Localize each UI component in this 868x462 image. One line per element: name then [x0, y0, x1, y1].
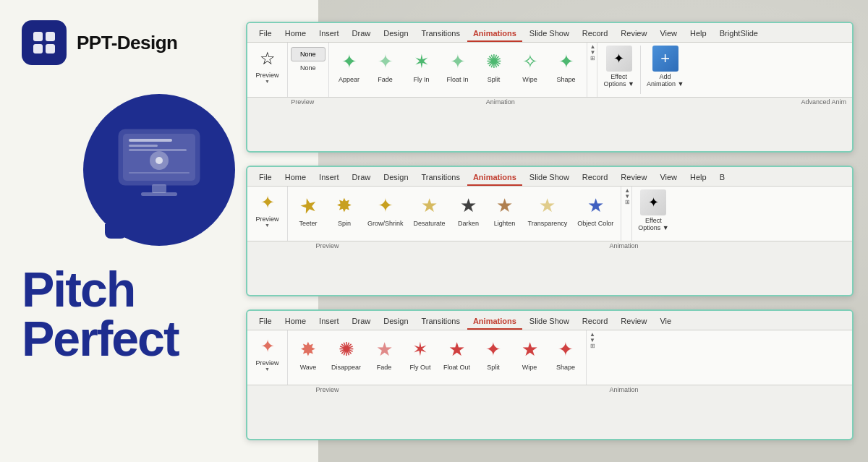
disappear-label: Disappear: [331, 364, 361, 371]
tab-vie-3[interactable]: Vie: [654, 314, 677, 330]
ribbon-1: File Home Insert Draw Design Transitions…: [246, 22, 854, 153]
effect-label-1: EffectOptions ▼: [603, 73, 634, 87]
effect-options-btn-2[interactable]: ✦ EffectOptions ▼: [632, 187, 674, 241]
scroll-expand-2[interactable]: ⊞: [625, 200, 630, 205]
monitor-circle: [83, 94, 235, 246]
tab-design-3[interactable]: Design: [378, 314, 414, 330]
lighten-btn[interactable]: ★ Lighten: [488, 189, 522, 230]
tab-help-1[interactable]: Help: [684, 26, 712, 42]
objectcolor-icon: ★: [582, 192, 608, 218]
spin-btn[interactable]: ✸ Spin: [327, 189, 362, 230]
animation-bottom-3: Animation: [401, 386, 846, 393]
scroll-section-2: ▲ ▼ ⊞: [623, 187, 632, 241]
tab-draw-2[interactable]: Draw: [346, 170, 377, 186]
tab-record-1[interactable]: Record: [576, 26, 613, 42]
teeter-icon: ★: [292, 189, 324, 221]
tab-review-1[interactable]: Review: [615, 26, 652, 42]
disappear-btn[interactable]: ✺ Disappear: [327, 333, 365, 374]
tab-design-2[interactable]: Design: [378, 170, 414, 186]
shape-btn-3[interactable]: ✦ Shape: [548, 333, 583, 374]
flyout-btn[interactable]: ✶ Fly Out: [403, 333, 438, 374]
floatin-btn[interactable]: ✦ Float In: [441, 46, 475, 86]
tab-brightslide-1[interactable]: BrightSlide: [714, 26, 764, 42]
fade-icon-3: ★: [371, 336, 397, 362]
tab-review-3[interactable]: Review: [615, 314, 652, 330]
split-btn-1[interactable]: ✺ Split: [477, 46, 511, 86]
fade-icon-1: ✦: [373, 48, 399, 74]
tab-home-3[interactable]: Home: [279, 314, 312, 330]
objectcolor-btn[interactable]: ★ Object Color: [573, 189, 618, 230]
flyin-icon: ✶: [409, 48, 435, 74]
tab-transitions-2[interactable]: Transitions: [416, 170, 466, 186]
tab-transitions-3[interactable]: Transitions: [416, 314, 466, 330]
tab-home-2[interactable]: Home: [279, 170, 312, 186]
tab-record-3[interactable]: Record: [576, 314, 613, 330]
ribbon-2-bottom: Preview Animation: [247, 241, 852, 250]
tab-insert-3[interactable]: Insert: [313, 314, 345, 330]
ribbon-1-body: ☆ Preview ▼ None None ✦ Appear ✦ Fade: [247, 43, 852, 97]
shape-btn-1[interactable]: ✦ Shape: [549, 46, 584, 86]
tab-animations-2[interactable]: Animations: [467, 170, 522, 186]
svg-point-10: [156, 157, 163, 164]
objectcolor-label: Object Color: [577, 220, 613, 227]
svg-rect-11: [152, 184, 166, 193]
scroll-expand-3[interactable]: ⊞: [590, 343, 595, 349]
tab-slideshow-3[interactable]: Slide Show: [524, 314, 575, 330]
transparency-btn[interactable]: ★ Transparency: [524, 189, 572, 230]
preview-icon-2: ✦: [255, 189, 281, 215]
teeter-btn[interactable]: ★ Teeter: [291, 189, 326, 230]
animation-bottom-1: Animation: [352, 98, 649, 106]
wipe-btn-3[interactable]: ★ Wipe: [512, 333, 547, 374]
tab-review-2[interactable]: Review: [615, 170, 652, 186]
app-title: PPT-Design: [77, 32, 177, 54]
preview-section-2: ✦ Preview ▼: [247, 187, 288, 241]
animation-bottom-2: Animation: [401, 242, 846, 249]
tab-animations-1[interactable]: Animations: [467, 26, 522, 42]
floatout-btn[interactable]: ★ Float Out: [439, 333, 475, 374]
tab-record-2[interactable]: Record: [576, 170, 613, 186]
split-btn-3[interactable]: ✦ Split: [476, 333, 511, 374]
preview-arrow-2: ▼: [265, 223, 270, 228]
darken-btn[interactable]: ★ Darken: [451, 189, 486, 230]
desaturate-btn[interactable]: ★ Desaturate: [409, 189, 450, 230]
floatin-icon: ✦: [445, 48, 471, 74]
tab-animations-3[interactable]: Animations: [467, 314, 522, 330]
fade-btn-1[interactable]: ✦ Fade: [368, 46, 403, 86]
svg-rect-13: [129, 172, 190, 174]
tab-view-1[interactable]: View: [654, 26, 683, 42]
tab-slideshow-1[interactable]: Slide Show: [524, 26, 575, 42]
tab-home-1[interactable]: Home: [279, 26, 312, 42]
fade-btn-3[interactable]: ★ Fade: [367, 333, 401, 374]
tab-draw-1[interactable]: Draw: [346, 26, 377, 42]
appear-btn[interactable]: ✦ Appear: [332, 46, 367, 86]
wipe-btn-1[interactable]: ✧ Wipe: [513, 46, 548, 86]
wave-btn[interactable]: ✸ Wave: [291, 333, 326, 374]
tab-file-2[interactable]: File: [253, 170, 278, 186]
right-panel: File Home Insert Draw Design Transitions…: [239, 0, 868, 462]
tab-help-2[interactable]: Help: [684, 170, 712, 186]
growshrink-btn[interactable]: ✦ Grow/Shrink: [363, 189, 408, 230]
tab-design-1[interactable]: Design: [378, 26, 414, 42]
flyout-label: Fly Out: [410, 364, 431, 371]
tab-slideshow-2[interactable]: Slide Show: [524, 170, 575, 186]
shape-label-3: Shape: [556, 364, 575, 371]
preview-bottom-3: Preview: [253, 386, 401, 393]
ribbon-1-bottom: Preview Animation Advanced Anim: [247, 97, 852, 106]
flyin-btn[interactable]: ✶ Fly In: [404, 46, 439, 86]
scroll-expand-1[interactable]: ⊞: [590, 56, 595, 61]
tab-insert-2[interactable]: Insert: [313, 170, 345, 186]
tab-transitions-1[interactable]: Transitions: [416, 26, 466, 42]
tab-file-1[interactable]: File: [253, 26, 278, 42]
ribbon-2: File Home Insert Draw Design Transitions…: [246, 166, 854, 296]
preview-bottom-1: Preview: [253, 98, 352, 106]
tab-b-2[interactable]: B: [714, 170, 731, 186]
add-animation-btn-1[interactable]: + AddAnimation ▼: [641, 43, 689, 97]
tab-view-2[interactable]: View: [654, 170, 683, 186]
tab-insert-1[interactable]: Insert: [313, 26, 345, 42]
effect-options-btn-1[interactable]: ✦ EffectOptions ▼: [597, 43, 639, 97]
tab-draw-3[interactable]: Draw: [346, 314, 377, 330]
tab-file-3[interactable]: File: [253, 314, 278, 330]
none-button[interactable]: None: [291, 47, 326, 61]
ribbon-3-bottom: Preview Animation: [247, 385, 852, 394]
logo-area: PPT-Design: [22, 20, 177, 65]
